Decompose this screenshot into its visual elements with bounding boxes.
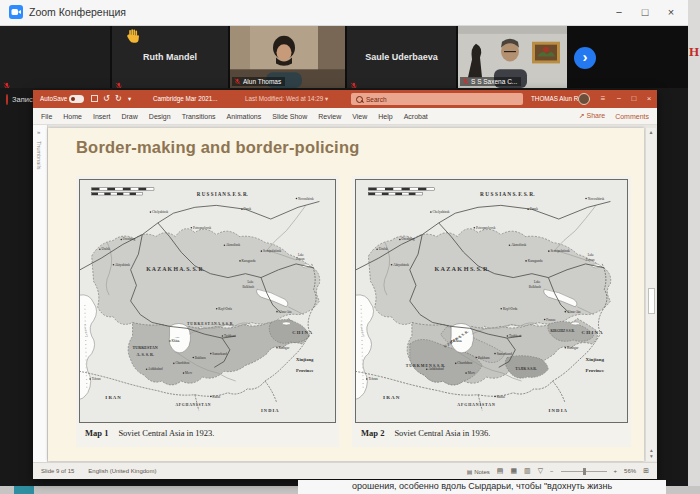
map-city-dot [376,248,378,250]
ppt-close-button[interactable]: × [641,90,657,108]
taskbar-fragment [14,486,34,494]
map-city-label: Ashkhabad [148,367,163,371]
comments-button[interactable]: Comments [615,113,649,120]
map-label: Xinjiang [586,358,605,363]
map-city-label: Orenburg [123,237,136,241]
map-label: TAJIK S.S.R. [515,367,537,371]
map-city-dot [494,396,496,398]
next-participants-button[interactable]: › [574,47,596,69]
zoom-slider[interactable] [561,471,607,472]
participant-tile-ruth-mandel[interactable]: Ruth Mandel [112,26,228,88]
map-city-label: Karaganda [528,259,543,263]
map-city-label: Frunze [546,318,556,322]
autosave-label: AutoSave [40,90,67,108]
search-box[interactable]: Search [351,93,523,105]
zoom-percent-label[interactable]: 56% [624,468,636,474]
map-label: Xinjiang [296,357,314,362]
account-user-name[interactable]: THOMAS Alun R [531,90,578,108]
map-city-label: Samarkand [212,352,227,356]
autosave-toggle-dot [71,97,75,101]
slide-title: Border-making and border-policing [76,138,359,157]
map-city-label: Tashkent [509,334,521,338]
tab-design[interactable]: Design [149,113,171,120]
zoom-minimize-button[interactable]: − [606,0,632,25]
participant-tile-s-s-saxena[interactable]: S S Saxena C... [458,26,567,88]
zoom-close-button[interactable]: × [658,0,684,25]
map-city-label: Novosibirsk [588,197,605,201]
tab-view[interactable]: View [352,113,367,120]
map-city-label: Tehran [368,377,378,381]
tab-review[interactable]: Review [318,113,341,120]
tab-insert[interactable]: Insert [93,113,111,120]
tab-home[interactable]: Home [63,113,82,120]
slide-scrollbar[interactable]: ▴ ▴ ▾ [645,128,656,461]
ppt-titlebar[interactable]: AutoSave ↺ ↻ ▾ Cambridge Mar 2021... Las… [33,90,657,108]
zoom-maximize-button[interactable]: □ [632,0,658,25]
search-label: Search [366,96,387,103]
muted-mic-icon [234,78,241,85]
last-modified-label[interactable]: Last Modified: Wed at 14:29 ▾ [245,90,328,108]
reading-view-button[interactable]: ▥ [524,467,531,475]
undo-icon[interactable]: ↺ [103,90,110,108]
participant-name: S S Saxena C... [471,78,517,85]
map-city-dot [146,368,148,370]
zoom-in-button[interactable]: + [614,468,618,474]
map-label: Balkhash [243,285,255,289]
map-city-dot [191,227,193,229]
background-window-fragment: Н [689,44,699,60]
normal-view-button[interactable]: ▤ [497,467,504,475]
map-city-dot [585,198,587,200]
map-city-dot [89,378,91,380]
map-city-label: Chardzhou [457,362,472,366]
map-label: Zaysan [296,258,305,262]
ppt-minimize-button[interactable]: − [611,90,627,108]
map-city-label: Uralsk [101,247,110,251]
participant-tile-saule-uderbaeva[interactable]: Saule Uderbaeva [347,26,456,88]
map-label: A F G H A N I S T A N [175,403,210,407]
user-avatar[interactable] [578,93,590,105]
next-slide-icon[interactable]: ▾ [646,453,657,459]
map-2-image: ChelyabinskOmskNovosibirskPetropavlovskA… [355,179,628,423]
thumbnails-pane-collapsed[interactable]: » Thumbnails [33,125,48,462]
slide-number-label[interactable]: Slide 9 of 15 [41,468,74,474]
ribbon-options-icon[interactable]: ≡ [595,90,611,108]
map-city-dot [150,211,152,213]
map-city-dot [296,198,298,200]
quick-access-dropdown-icon[interactable]: ▾ [128,90,131,108]
save-icon[interactable] [91,95,98,102]
tab-slide-show[interactable]: Slide Show [272,113,307,120]
map-2-figure: ChelyabinskOmskNovosibirskPetropavlovskA… [352,176,631,447]
slide-sorter-view-button[interactable]: ▦ [510,467,517,475]
zoom-slider-thumb[interactable] [583,468,586,475]
slide-canvas: Border-making and border-policing [48,128,644,461]
redo-icon[interactable]: ↻ [115,90,122,108]
language-label[interactable]: English (United Kingdom) [88,468,156,474]
zoom-out-button[interactable]: − [550,468,554,474]
recording-indicator[interactable]: Запись [6,94,36,105]
map-label: C H I N A [581,330,603,335]
zoom-app-icon [9,5,23,19]
scrollbar-thumb[interactable] [648,288,655,314]
tab-help[interactable]: Help [378,113,392,120]
map-city-label: Kabul [212,395,220,399]
participant-tile-partial[interactable] [0,26,110,88]
share-button[interactable]: ↗ Share [579,112,606,120]
ppt-restore-button[interactable]: □ [626,90,642,108]
fit-to-window-button[interactable]: ⊞ [643,467,649,475]
scroll-up-icon[interactable]: ▴ [646,128,656,136]
tab-acrobat[interactable]: Acrobat [404,113,428,120]
desktop-background-right [688,0,700,494]
slideshow-button[interactable]: ▽ [538,467,543,475]
tab-file[interactable]: File [41,113,52,120]
map-city-dot [241,208,243,210]
zoom-titlebar[interactable]: Zoom Конференция − □ × [0,0,688,26]
tab-transitions[interactable]: Transitions [182,113,216,120]
map-city-dot [276,311,278,313]
expand-chevron-icon: » [37,129,40,135]
participant-tile-alun-thomas[interactable]: Alun Thomas [230,26,345,88]
map-1-figure: ChelyabinskOmskNovosibirskPetropavlovskA… [76,176,339,447]
tab-draw[interactable]: Draw [121,113,137,120]
map-caption-text: Soviet Central Asia in 1936. [394,428,490,438]
tab-animations[interactable]: Animations [227,113,262,120]
notes-button[interactable]: ▤ Notes [467,468,490,475]
